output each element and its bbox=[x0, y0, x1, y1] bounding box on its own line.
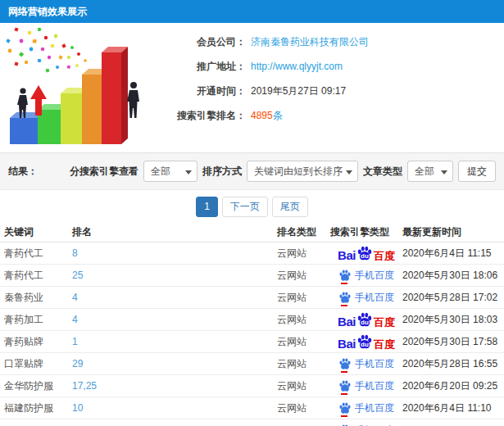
baidu-mobile-label: 手机百度 bbox=[355, 357, 394, 371]
keyword-cell: 膏药加工 bbox=[4, 313, 72, 327]
rank-cell[interactable]: 4 bbox=[72, 314, 277, 325]
pagination-last[interactable]: 尾页 bbox=[272, 197, 308, 217]
article-type-label: 文章类型 bbox=[363, 165, 402, 179]
header-updated: 最新更新时间 bbox=[402, 225, 504, 239]
table-row: 膏药加工4云网站Baidu百度2020年5月30日 18:03 bbox=[0, 309, 504, 331]
baidu-mobile-label: 手机百度 bbox=[355, 269, 394, 283]
rank-cell[interactable]: 4 bbox=[72, 292, 277, 303]
chevron-down-icon bbox=[441, 170, 447, 174]
submit-button[interactable]: 提交 bbox=[458, 161, 496, 182]
page: 网络营销效果展示 bbox=[0, 0, 504, 426]
rank-cell[interactable]: 29 bbox=[72, 358, 277, 369]
baidu-mobile-logo: 手机百度 bbox=[338, 269, 394, 283]
keyword-cell: 膏药贴牌 bbox=[4, 335, 72, 349]
rank-cell[interactable]: 17,25 bbox=[72, 380, 277, 392]
table-header-row: 关键词 排名 排名类型 搜索引擎类型 最新更新时间 bbox=[0, 223, 504, 242]
table-row: 手机百度 bbox=[0, 419, 504, 426]
baidu-mobile-underline bbox=[341, 371, 347, 373]
baidu-logo-cn-text: 百度 bbox=[374, 339, 395, 350]
engine-filter-label: 分搜索引擎查看 bbox=[70, 165, 138, 179]
rank-count-value: 4895条 bbox=[251, 109, 283, 123]
updated-cell: 2020年6月20日 09:25 bbox=[402, 379, 504, 393]
promo-url-link[interactable]: http://www.qlyyjt.com bbox=[251, 61, 343, 72]
article-type-value: 全部 bbox=[415, 165, 434, 179]
baidu-mobile-logo: 手机百度 bbox=[338, 379, 394, 393]
header-rank-type: 排名类型 bbox=[277, 225, 330, 239]
table-row: 膏药代工8云网站Baidu百度2020年6月4日 11:15 bbox=[0, 242, 504, 265]
baidu-logo-du-text: du bbox=[361, 342, 369, 348]
keyword-cell: 金华防护服 bbox=[4, 379, 72, 393]
confetti-dots bbox=[6, 27, 87, 72]
rank-type-cell: 云网站 bbox=[277, 247, 330, 261]
baidu-mobile-logo: 手机百度 bbox=[338, 401, 394, 415]
baidu-mobile-label: 手机百度 bbox=[355, 379, 394, 393]
baidu-paw-icon bbox=[338, 401, 352, 415]
header-keyword: 关键词 bbox=[4, 225, 72, 239]
company-info: 会员公司： 济南秦鲁药业科技有限公司 推广地址： http://www.qlyy… bbox=[143, 23, 369, 152]
updated-cell: 2020年5月28日 16:55 bbox=[402, 357, 504, 371]
header-rank: 排名 bbox=[72, 225, 277, 239]
table-body: 膏药代工8云网站Baidu百度2020年6月4日 11:15膏药代工25云网站手… bbox=[0, 242, 504, 426]
baidu-logo-bai-text: Bai bbox=[338, 338, 356, 350]
baidu-mobile-logo: 手机百度 bbox=[338, 291, 394, 305]
baidu-paw-icon bbox=[338, 269, 352, 282]
info-row-open-time: 开通时间： 2019年5月27日 09:17 bbox=[143, 82, 369, 100]
updated-cell: 2020年5月28日 17:02 bbox=[402, 291, 504, 305]
baidu-mobile-logo: 手机百度 bbox=[338, 357, 394, 371]
engine-filter-select[interactable]: 全部 bbox=[143, 161, 198, 182]
keyword-cell: 秦鲁药业 bbox=[4, 291, 72, 305]
info-section: 会员公司： 济南秦鲁药业科技有限公司 推广地址： http://www.qlyy… bbox=[0, 23, 504, 152]
keyword-cell: 膏药代工 bbox=[4, 269, 72, 283]
rank-count-unit: 条 bbox=[273, 110, 283, 121]
baidu-pc-logo: Baidu百度 bbox=[338, 311, 395, 328]
rank-type-cell: 云网站 bbox=[277, 357, 330, 371]
engine-cell: 手机百度 bbox=[330, 291, 402, 305]
rank-type-cell: 云网站 bbox=[277, 291, 330, 305]
chevron-down-icon bbox=[346, 170, 352, 174]
result-label: 结果： bbox=[8, 165, 38, 179]
pagination: 1 下一页 尾页 bbox=[0, 190, 504, 223]
table-row: 金华防护服17,25云网站手机百度2020年6月20日 09:25 bbox=[0, 375, 504, 397]
baidu-pc-logo: Baidu百度 bbox=[338, 245, 395, 261]
rank-type-cell: 云网站 bbox=[277, 379, 330, 393]
updated-cell: 2020年5月30日 17:58 bbox=[402, 335, 504, 349]
baidu-logo-bai-text: Bai bbox=[338, 249, 356, 261]
bar-chart-clipart bbox=[0, 23, 143, 150]
baidu-paw-icon bbox=[338, 291, 352, 304]
baidu-mobile-logo: 手机百度 bbox=[338, 424, 394, 426]
baidu-mobile-underline bbox=[341, 305, 347, 306]
table-row: 膏药贴牌1云网站Baidu百度2020年5月30日 17:58 bbox=[0, 331, 504, 353]
promo-url-label: 推广地址： bbox=[143, 60, 246, 74]
pagination-next[interactable]: 下一页 bbox=[222, 197, 268, 217]
engine-cell: 手机百度 bbox=[330, 401, 402, 415]
rank-cell[interactable]: 10 bbox=[72, 402, 277, 414]
results-table: 关键词 排名 排名类型 搜索引擎类型 最新更新时间 膏药代工8云网站Baidu百… bbox=[0, 223, 504, 426]
company-label: 会员公司： bbox=[143, 35, 246, 49]
baidu-mobile-label: 手机百度 bbox=[355, 401, 394, 415]
baidu-paw-icon bbox=[338, 379, 352, 392]
rank-type-cell: 云网站 bbox=[277, 269, 330, 283]
baidu-mobile-label: 手机百度 bbox=[355, 424, 394, 426]
info-row-company: 会员公司： 济南秦鲁药业科技有限公司 bbox=[143, 33, 369, 51]
company-name-link[interactable]: 济南秦鲁药业科技有限公司 bbox=[251, 35, 369, 49]
table-row: 福建防护服10云网站手机百度2020年6月4日 11:10 bbox=[0, 397, 504, 419]
growth-chart-illustration bbox=[0, 23, 143, 150]
open-time-value: 2019年5月27日 09:17 bbox=[251, 84, 346, 98]
sort-value: 关键词由短到长排序 bbox=[254, 165, 343, 179]
pagination-page-1[interactable]: 1 bbox=[196, 197, 218, 217]
page-title: 网络营销效果展示 bbox=[0, 0, 504, 23]
baidu-mobile-underline bbox=[341, 283, 347, 284]
rank-type-cell: 云网站 bbox=[277, 335, 330, 349]
baidu-mobile-underline bbox=[341, 415, 347, 417]
rank-cell[interactable]: 8 bbox=[72, 247, 277, 259]
filter-bar: 结果： 分搜索引擎查看 全部 排序方式 关键词由短到长排序 文章类型 全部 提交 bbox=[0, 152, 504, 190]
article-type-select[interactable]: 全部 bbox=[407, 161, 453, 182]
sort-select[interactable]: 关键词由短到长排序 bbox=[247, 161, 358, 182]
header-engine-type: 搜索引擎类型 bbox=[330, 225, 402, 239]
businessman-right bbox=[127, 82, 139, 118]
rank-cell[interactable]: 25 bbox=[72, 270, 277, 281]
keyword-cell: 福建防护服 bbox=[4, 401, 72, 415]
table-row: 口罩贴牌29云网站手机百度2020年5月28日 16:55 bbox=[0, 353, 504, 375]
rank-cell[interactable]: 1 bbox=[72, 336, 277, 347]
rank-type-cell: 云网站 bbox=[277, 313, 330, 327]
